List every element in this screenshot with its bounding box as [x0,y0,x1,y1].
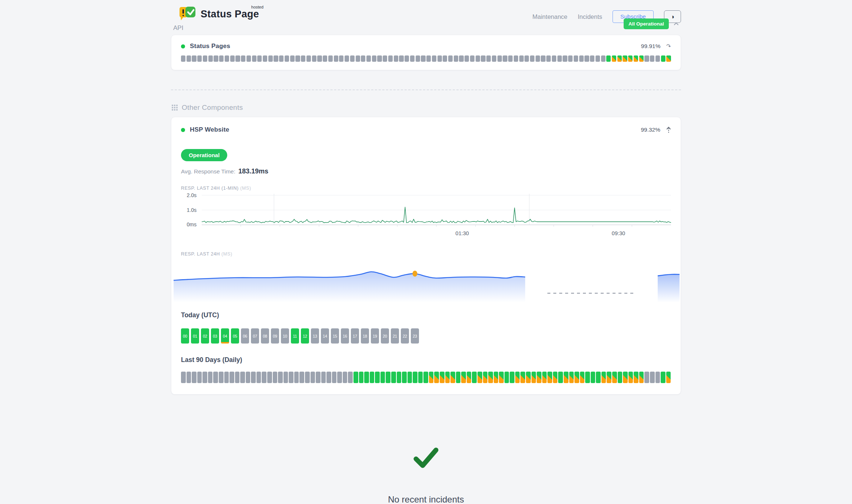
uptime-day-block [364,372,369,383]
nav-item-maintenance[interactable]: Maintenance [533,13,567,20]
uptime-day-block [467,372,472,383]
uptime-day-block [628,55,633,62]
uptime-day-block [612,55,616,62]
hour-block-01: 01 [191,328,199,344]
other-components-header: Other Components [172,104,681,112]
uptime-day-block [618,372,623,383]
nav-item-incidents[interactable]: Incidents [578,13,602,20]
uptime-day-block [181,55,185,62]
uptime-day-block [537,372,541,383]
refresh-icon[interactable]: ↷ [666,43,672,50]
uptime-day-block [542,372,547,383]
uptime-day-block [323,55,327,62]
uptime-day-block [348,372,353,383]
uptime-day-block [219,372,224,383]
uptime-day-block [497,55,502,62]
uptime-day-block [410,55,415,62]
hour-block-10: 10 [281,328,289,344]
chevron-up-icon[interactable] [674,22,679,26]
uptime-day-block [257,55,262,62]
uptime-day-block [317,55,322,62]
app-logo: Status Page hosted [179,6,270,22]
uptime-day-block [289,372,293,383]
uptime-day-block [434,372,439,383]
uptime-day-block [423,372,428,383]
uptime-day-block [486,55,491,62]
uptime-day-block [388,55,393,62]
component-name: HSP Website [190,126,229,133]
uptime-day-block [470,55,474,62]
uptime-day-block [574,55,578,62]
uptime-day-block [181,372,186,383]
uptime-day-block [601,55,606,62]
section-title-api: API [173,24,681,32]
uptime-day-block [345,55,349,62]
logo-icon [179,6,197,22]
uptime-day-block [634,372,638,383]
uptime-day-block [370,372,375,383]
uptime-day-block [197,55,202,62]
uptime-day-block [464,55,469,62]
uptime-day-block [229,372,234,383]
uptime-day-block [394,55,398,62]
uptime-day-block [456,372,461,383]
svg-text:0ms: 0ms [187,221,197,227]
uptime-day-block [526,372,531,383]
uptime-day-block [197,372,202,383]
uptime-day-block [492,55,496,62]
uptime-day-block [644,55,649,62]
hour-block-22: 22 [401,328,409,344]
uptime-day-block [488,372,493,383]
response-time-24h-chart [171,260,681,305]
uptime-day-block [235,55,240,62]
uptime-day-block [628,372,633,383]
uptime-day-block [301,55,305,62]
hour-block-03: 03 [211,328,219,344]
uptime-day-block [332,372,337,383]
grid-icon [172,105,178,111]
uptime-day-block [380,372,385,383]
uptime-day-block [251,372,256,383]
header: Status Page hosted Maintenance Incidents… [171,0,681,23]
no-incidents-title: No recent incidents [171,494,681,504]
uptime-day-block [634,55,638,62]
uptime-day-block [290,55,295,62]
svg-text:09:30: 09:30 [612,230,625,236]
uptime-day-block [448,55,453,62]
uptime-day-block [483,372,488,383]
uptime-day-block [407,372,412,383]
uptime-day-block [432,55,436,62]
uptime-day-block [553,372,558,383]
hour-block-09: 09 [271,328,279,344]
uptime-day-block [372,55,376,62]
last-90-days-title: Last 90 Days (Daily) [181,356,671,364]
uptime-day-block [450,372,455,383]
logo-title: Status Page [201,9,259,20]
uptime-day-block [623,55,627,62]
hour-block-13: 13 [311,328,319,344]
uptime-day-block [192,372,197,383]
uptime-day-block [192,55,196,62]
uptime-day-block [536,55,540,62]
uptime-day-block [284,372,288,383]
uptime-day-block [421,55,425,62]
uptime-day-block [321,372,326,383]
hour-block-04: 04 [221,328,229,344]
uptime-day-block [273,372,278,383]
uptime-day-block [437,55,442,62]
uptime-day-block [356,55,360,62]
uptime-day-block [472,372,477,383]
uptime-day-block [339,55,343,62]
section-title-other-components: Other Components [182,104,243,112]
check-icon [412,446,440,470]
uptime-day-block [481,55,485,62]
uptime-day-block [639,55,644,62]
uptime-day-block [510,372,514,383]
collapse-up-icon[interactable] [666,126,671,133]
uptime-day-block [413,372,417,383]
uptime-day-block [426,55,431,62]
svg-text:2.0s: 2.0s [187,192,197,198]
hour-block-02: 02 [201,328,209,344]
uptime-day-block [661,55,665,62]
uptime-day-block [644,372,649,383]
